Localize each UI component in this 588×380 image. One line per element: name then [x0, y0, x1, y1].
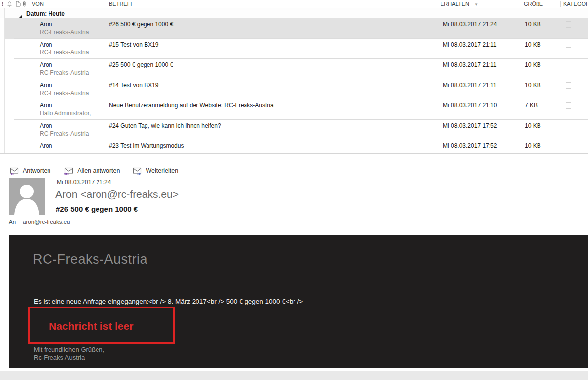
row-preview: RC-Freaks-Austria [40, 69, 89, 76]
row-size: 10 KB [525, 122, 541, 129]
next-section-strip: Anfrage [0, 371, 588, 380]
person-silhouette-icon [9, 178, 45, 215]
message-row[interactable]: Aron RC-Freaks-Austria #25 500 € gegen 1… [5, 59, 588, 79]
flag-icon[interactable] [566, 123, 571, 129]
sort-descending-icon[interactable]: ▼ [474, 2, 478, 7]
row-received: Mi 08.03.2017 17:52 [443, 142, 497, 149]
email-signoff: Mit freundlichen Grüßen, Rc-Freaks Austr… [34, 346, 104, 362]
flag-icon[interactable] [566, 42, 571, 48]
row-size: 10 KB [525, 41, 541, 48]
footer-gap [0, 368, 588, 371]
flag-icon[interactable] [566, 21, 571, 28]
row-preview: RC-Freaks-Austria [40, 130, 89, 137]
importance-column-header[interactable]: ! [2, 0, 3, 7]
message-row[interactable]: Aron RC-Freaks-Austria #14 Test von BX19… [5, 79, 588, 99]
row-subject: #23 Test im Wartungsmodus [109, 142, 184, 149]
header-separator [106, 1, 106, 7]
outlook-window: ! VON BETREFF ERHALTEN ▼ GRÖßE KATEGORIE… [0, 0, 588, 380]
row-subject: #14 Test von BX19 [109, 82, 159, 89]
row-sender: Aron [40, 142, 52, 149]
message-row[interactable]: Aron RC-Freaks-Austria #24 Guten Tag, wi… [5, 120, 588, 140]
header-separator [29, 1, 29, 7]
annotation-text: Nachricht ist leer [49, 320, 133, 332]
row-sender: Aron [40, 21, 52, 28]
signoff-line-1: Mit freundlichen Grüßen, [34, 346, 104, 354]
row-sender: Aron [40, 82, 52, 89]
row-size: 10 KB [525, 61, 541, 68]
message-row[interactable]: Aron #23 Test im Wartungsmodus Mi 08.03.… [5, 140, 588, 153]
message-list-header: ! VON BETREFF ERHALTEN ▼ GRÖßE KATEGORIE… [0, 0, 588, 7]
row-subject: #26 500 € gegen 1000 € [109, 21, 173, 28]
forward-envelope-icon [133, 167, 142, 175]
reply-all-label: Allen antworten [77, 167, 120, 174]
list-reading-divider [0, 153, 588, 154]
to-address[interactable]: aron@rc-freaks.eu [23, 219, 70, 225]
signoff-line-2: Rc-Freaks Austria [34, 354, 104, 362]
to-label: An [9, 219, 16, 225]
header-separator [438, 1, 438, 7]
message-row[interactable]: Aron RC-Freaks-Austria #26 500 € gegen 1… [5, 18, 588, 39]
email-html-body: RC-Freaks-Austria Es ist eine neue Anfra… [9, 235, 588, 368]
row-size: 7 KB [525, 102, 538, 109]
row-size: 10 KB [525, 82, 541, 89]
column-header-von[interactable]: VON [32, 0, 44, 7]
message-row[interactable]: Aron RC-Freaks-Austria #15 Test von BX19… [5, 39, 588, 59]
row-subject: Neue Benutzeranmeldung auf der Website: … [109, 102, 274, 109]
message-subject: #26 500 € gegen 1000 € [56, 205, 138, 213]
row-received: Mi 08.03.2017 21:11 [443, 61, 497, 68]
header-separator [560, 1, 561, 7]
header-separator [521, 1, 521, 7]
email-brand-title: RC-Freaks-Austria [33, 252, 147, 267]
row-sender: Aron [40, 122, 52, 129]
column-header-kategorien[interactable]: KATEGORIEN [563, 0, 588, 7]
reply-all-button[interactable]: Allen antworten [63, 167, 120, 175]
message-row[interactable]: Aron Hallo Administrator, Neue Benutzera… [5, 99, 588, 120]
row-preview: RC-Freaks-Austria [40, 29, 89, 36]
row-received: Mi 08.03.2017 17:52 [443, 122, 497, 129]
sender-avatar[interactable] [9, 178, 45, 215]
header-separator [14, 1, 14, 7]
email-message-text: Es ist eine neue Anfrage eingegangen:<br… [34, 298, 303, 305]
group-header-label: Datum: Heute [26, 10, 65, 17]
row-received: Mi 08.03.2017 21:11 [443, 82, 497, 89]
attachment-paperclip-icon[interactable] [22, 0, 27, 7]
column-header-erhalten[interactable]: ERHALTEN [441, 0, 469, 7]
flag-icon[interactable] [566, 82, 571, 89]
forward-button[interactable]: Weiterleiten [133, 167, 178, 175]
reply-all-envelope-icon [63, 167, 74, 175]
forward-label: Weiterleiten [146, 167, 178, 174]
date-group-header[interactable]: Datum: Heute [0, 8, 588, 18]
reply-envelope-icon [10, 167, 19, 175]
row-subject: #25 500 € gegen 1000 € [109, 61, 173, 68]
message-sender[interactable]: Aron <aron@rc-freaks.eu> [55, 189, 179, 200]
row-subject: #15 Test von BX19 [109, 41, 159, 48]
row-preview: RC-Freaks-Austria [40, 90, 89, 96]
row-preview: Hallo Administrator, [40, 110, 91, 117]
row-sender: Aron [40, 61, 52, 68]
row-received: Mi 08.03.2017 21:11 [443, 41, 497, 48]
reply-button[interactable]: Antworten [10, 167, 50, 175]
row-sender: Aron [40, 102, 52, 109]
recipient-line: Anaron@rc-freaks.eu [9, 219, 70, 225]
row-preview: RC-Freaks-Austria [40, 49, 89, 56]
flag-icon[interactable] [566, 62, 571, 68]
annotation-red-box: Nachricht ist leer [28, 307, 175, 344]
message-list: Aron RC-Freaks-Austria #26 500 € gegen 1… [5, 18, 588, 153]
row-sender: Aron [40, 41, 52, 48]
column-header-groesse[interactable]: GRÖßE [524, 0, 543, 7]
response-toolbar: Antworten Allen antworten Weiterleiten [10, 165, 178, 176]
flag-icon[interactable] [566, 143, 571, 149]
row-received: Mi 08.03.2017 21:10 [443, 102, 497, 109]
flag-icon[interactable] [566, 102, 571, 109]
message-received-date: Mi 08.03.2017 21:24 [57, 179, 111, 186]
row-size: 10 KB [525, 21, 541, 28]
document-type-icon[interactable] [16, 0, 21, 7]
row-subject: #24 Guten Tag, wie kann ich ihnen helfen… [109, 122, 221, 129]
row-received: Mi 08.03.2017 21:24 [443, 21, 497, 28]
reply-label: Antworten [23, 167, 50, 174]
reminder-bell-icon[interactable] [7, 0, 12, 7]
row-size: 10 KB [525, 142, 541, 149]
column-header-betreff[interactable]: BETREFF [109, 0, 134, 7]
